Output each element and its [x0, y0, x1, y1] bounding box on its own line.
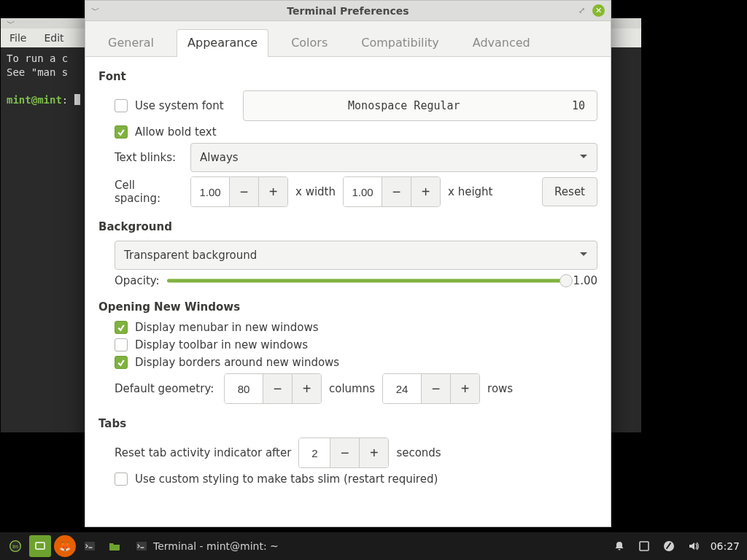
cell-width-stepper[interactable]: − +	[190, 176, 288, 207]
reset-seconds-input[interactable]	[299, 438, 330, 467]
dialog-titlebar[interactable]: ﹀ Terminal Preferences ⤢ ✕	[85, 1, 611, 21]
display-toolbar-checkbox[interactable]	[115, 338, 128, 351]
x-height-label: x height	[448, 185, 492, 198]
tab-compatibility[interactable]: Compatibility	[350, 29, 449, 57]
columns-minus[interactable]: −	[263, 374, 292, 403]
opacity-value: 1.00	[573, 274, 597, 287]
power-icon	[663, 540, 675, 552]
menu-edit[interactable]: Edit	[44, 32, 63, 44]
allow-bold-label: Allow bold text	[135, 125, 217, 139]
files-launcher[interactable]	[104, 535, 125, 557]
section-tabs: Tabs	[98, 417, 597, 430]
power-button[interactable]	[658, 535, 680, 557]
tab-general[interactable]: General	[97, 29, 165, 57]
cell-width-plus[interactable]: +	[258, 177, 287, 206]
tab-appearance[interactable]: Appearance	[177, 29, 268, 57]
desktop-icon	[34, 540, 46, 552]
allow-bold-checkbox[interactable]	[115, 125, 128, 139]
firefox-icon: 🦊	[59, 541, 71, 552]
taskbar: lm 🦊 Terminal - mint@mint: ~ 06:27	[0, 532, 747, 560]
x-width-label: x width	[295, 185, 336, 198]
display-toolbar-label: Display toolbar in new windows	[135, 338, 308, 351]
text-blinks-select[interactable]: Always	[190, 143, 597, 172]
columns-input[interactable]	[225, 374, 263, 403]
text-blinks-label: Text blinks:	[115, 151, 183, 164]
terminal-prompt: mint@mint	[7, 94, 62, 106]
columns-stepper[interactable]: − +	[224, 373, 322, 404]
taskbar-task-terminal[interactable]: Terminal - mint@mint: ~	[128, 537, 286, 555]
slim-tabs-label: Use custom styling to make tabs slim (re…	[135, 472, 438, 486]
font-chooser-button[interactable]: Monospace Regular 10	[243, 90, 597, 121]
tab-colors[interactable]: Colors	[280, 29, 338, 57]
cursor-icon	[74, 94, 80, 105]
background-mode-select[interactable]: Transparent background	[115, 241, 597, 270]
chevron-down-icon: ﹀	[7, 18, 15, 30]
section-new-windows: Opening New Windows	[98, 300, 597, 314]
svg-rect-4	[136, 542, 147, 551]
slim-tabs-checkbox[interactable]	[115, 472, 128, 486]
reset-indicator-label: Reset tab activity indicator after	[115, 446, 291, 459]
cell-height-stepper[interactable]: − +	[343, 176, 441, 207]
show-desktop-button[interactable]	[29, 535, 51, 557]
reset-seconds-minus[interactable]: −	[330, 438, 359, 467]
opacity-slider[interactable]	[167, 275, 566, 287]
cell-width-minus[interactable]: −	[229, 177, 258, 206]
rows-input[interactable]	[383, 374, 421, 403]
menu-button[interactable]: lm	[4, 535, 26, 557]
cell-spacing-label: Cell spacing:	[115, 179, 183, 205]
display-menubar-checkbox[interactable]	[115, 321, 128, 334]
chevron-down-icon[interactable]: ﹀	[91, 4, 100, 17]
workspace-button[interactable]	[633, 535, 655, 557]
cell-height-input[interactable]	[344, 177, 382, 206]
background-mode-value: Transparent background	[124, 249, 257, 262]
font-name: Monospace Regular	[255, 99, 553, 112]
tabs: General Appearance Colors Compatibility …	[85, 21, 611, 57]
svg-rect-5	[640, 542, 649, 551]
maximize-icon[interactable]: ⤢	[578, 6, 585, 15]
rows-minus[interactable]: −	[421, 374, 450, 403]
volume-button[interactable]	[683, 535, 705, 557]
notifications-button[interactable]	[608, 535, 630, 557]
cell-height-minus[interactable]: −	[382, 177, 411, 206]
chevron-down-icon	[579, 249, 588, 262]
workspace-icon	[638, 540, 650, 552]
section-font: Font	[98, 70, 597, 83]
svg-rect-2	[36, 542, 44, 549]
section-background: Background	[98, 220, 597, 233]
menu-file[interactable]: File	[9, 32, 26, 44]
use-system-font-label: Use system font	[135, 99, 224, 112]
display-menubar-label: Display menubar in new windows	[135, 321, 319, 334]
cell-width-input[interactable]	[191, 177, 229, 206]
svg-rect-3	[85, 542, 95, 551]
close-icon[interactable]: ✕	[592, 4, 605, 17]
reset-cell-spacing-button[interactable]: Reset	[542, 177, 597, 206]
terminal-icon	[136, 540, 147, 552]
terminal-line-2: See "man s	[7, 66, 68, 78]
terminal-launcher[interactable]	[79, 535, 101, 557]
opacity-label: Opacity:	[115, 274, 160, 287]
mint-logo-icon: lm	[9, 540, 21, 552]
display-borders-label: Display borders around new windows	[135, 356, 339, 369]
dialog-title: Terminal Preferences	[85, 5, 611, 17]
display-borders-checkbox[interactable]	[115, 356, 128, 369]
seconds-label: seconds	[396, 446, 441, 459]
cell-height-plus[interactable]: +	[411, 177, 440, 206]
terminal-line-1: To run a c	[7, 52, 68, 64]
bell-icon	[614, 540, 625, 552]
appearance-page: Font Use system font Monospace Regular 1…	[85, 57, 611, 526]
reset-seconds-plus[interactable]: +	[359, 438, 388, 467]
rows-plus[interactable]: +	[450, 374, 479, 403]
font-size: 10	[556, 99, 585, 112]
clock[interactable]: 06:27	[708, 540, 743, 552]
terminal-icon	[84, 540, 96, 552]
firefox-launcher[interactable]: 🦊	[54, 535, 76, 557]
preferences-dialog: ﹀ Terminal Preferences ⤢ ✕ General Appea…	[85, 0, 611, 527]
reset-seconds-stepper[interactable]: − +	[298, 438, 389, 468]
slider-thumb-icon[interactable]	[560, 274, 573, 287]
svg-text:lm: lm	[12, 543, 18, 550]
volume-icon	[688, 540, 700, 552]
use-system-font-checkbox[interactable]	[115, 99, 128, 112]
columns-plus[interactable]: +	[292, 374, 321, 403]
rows-stepper[interactable]: − +	[382, 373, 480, 404]
tab-advanced[interactable]: Advanced	[462, 29, 541, 57]
